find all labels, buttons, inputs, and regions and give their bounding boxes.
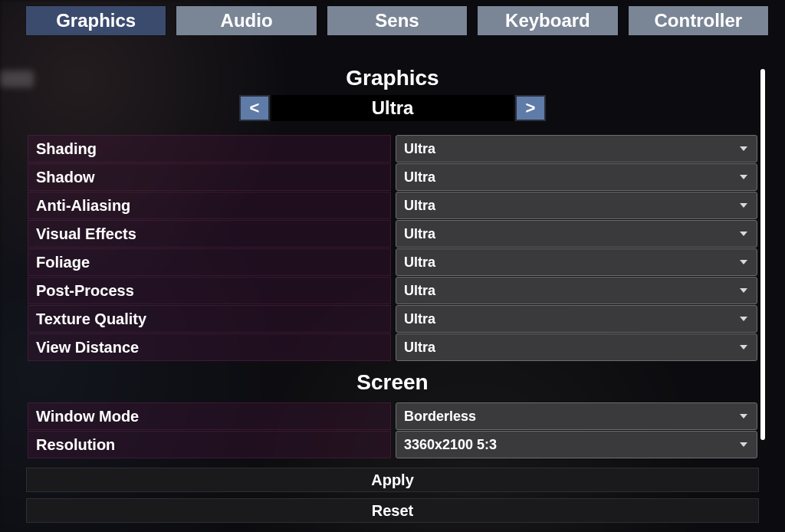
preset-prev-button[interactable]: < <box>239 95 270 121</box>
footer: Apply Reset <box>26 468 759 523</box>
reset-button[interactable]: Reset <box>26 498 759 523</box>
row-resolution: Resolution 3360x2100 5:3 <box>28 431 757 458</box>
dropdown-post-process[interactable]: Ultra <box>396 277 757 304</box>
chevron-down-icon <box>740 260 747 264</box>
row-foliage: Foliage Ultra <box>28 248 757 276</box>
label-view-distance: View Distance <box>28 333 391 361</box>
scrollbar[interactable] <box>760 69 765 440</box>
row-post-process: Post-Process Ultra <box>28 277 757 304</box>
dropdown-value: Ultra <box>404 340 435 356</box>
label-shadow: Shadow <box>28 163 391 191</box>
dropdown-texture-quality[interactable]: Ultra <box>396 305 757 333</box>
dropdown-value: Ultra <box>404 255 435 271</box>
dropdown-shadow[interactable]: Ultra <box>396 163 757 191</box>
label-window-mode: Window Mode <box>28 402 391 430</box>
dropdown-shading[interactable]: Ultra <box>396 135 757 163</box>
tab-sens[interactable]: Sens <box>327 6 467 35</box>
row-anti-aliasing: Anti-Aliasing Ultra <box>28 192 757 219</box>
row-shading: Shading Ultra <box>28 135 757 163</box>
section-title-screen: Screen <box>0 370 785 395</box>
chevron-down-icon <box>740 442 747 447</box>
row-visual-effects: Visual Effects Ultra <box>28 220 757 248</box>
tab-audio[interactable]: Audio <box>176 6 316 35</box>
label-texture-quality: Texture Quality <box>28 305 391 333</box>
chevron-down-icon <box>740 414 747 419</box>
preset-next-button[interactable]: > <box>515 95 546 121</box>
dropdown-value: Ultra <box>404 169 435 186</box>
chevron-down-icon <box>740 203 747 208</box>
dropdown-value: Ultra <box>404 198 435 214</box>
row-texture-quality: Texture Quality Ultra <box>28 305 757 333</box>
dropdown-foliage[interactable]: Ultra <box>396 248 757 276</box>
label-anti-aliasing: Anti-Aliasing <box>28 192 391 219</box>
dropdown-view-distance[interactable]: Ultra <box>396 333 757 361</box>
chevron-down-icon <box>740 317 747 321</box>
dropdown-value: Ultra <box>404 226 435 242</box>
row-view-distance: View Distance Ultra <box>28 333 757 361</box>
row-shadow: Shadow Ultra <box>28 163 757 191</box>
label-shading: Shading <box>28 135 391 163</box>
chevron-down-icon <box>740 232 747 236</box>
dropdown-value: Borderless <box>404 409 476 425</box>
dropdown-value: 3360x2100 5:3 <box>404 437 497 453</box>
section-title-graphics: Graphics <box>0 66 785 90</box>
dropdown-anti-aliasing[interactable]: Ultra <box>396 192 757 219</box>
preset-value: Ultra <box>271 95 514 121</box>
screen-rows: Window Mode Borderless Resolution 3360x2… <box>28 402 757 458</box>
dropdown-value: Ultra <box>404 141 435 157</box>
tab-controller[interactable]: Controller <box>629 6 768 35</box>
row-window-mode: Window Mode Borderless <box>28 402 757 430</box>
tab-graphics[interactable]: Graphics <box>26 6 166 35</box>
tab-bar: Graphics Audio Sens Keyboard Controller <box>26 6 768 35</box>
chevron-down-icon <box>740 175 747 179</box>
label-foliage: Foliage <box>28 248 391 276</box>
dropdown-value: Ultra <box>404 311 435 327</box>
label-post-process: Post-Process <box>28 277 391 304</box>
dropdown-window-mode[interactable]: Borderless <box>396 402 757 430</box>
tab-keyboard[interactable]: Keyboard <box>478 6 617 35</box>
dropdown-value: Ultra <box>404 283 435 299</box>
apply-button[interactable]: Apply <box>26 468 759 492</box>
chevron-down-icon <box>740 146 747 151</box>
chevron-down-icon <box>740 288 747 293</box>
graphics-rows: Shading Ultra Shadow Ultra Anti-Aliasing… <box>28 135 757 361</box>
chevron-down-icon <box>740 345 747 350</box>
dropdown-resolution[interactable]: 3360x2100 5:3 <box>396 431 757 458</box>
label-resolution: Resolution <box>28 431 391 458</box>
label-visual-effects: Visual Effects <box>28 220 391 248</box>
dropdown-visual-effects[interactable]: Ultra <box>396 220 757 248</box>
preset-selector: < Ultra > <box>0 95 785 121</box>
settings-panel: Graphics < Ultra > Shading Ultra Shadow … <box>0 60 785 446</box>
